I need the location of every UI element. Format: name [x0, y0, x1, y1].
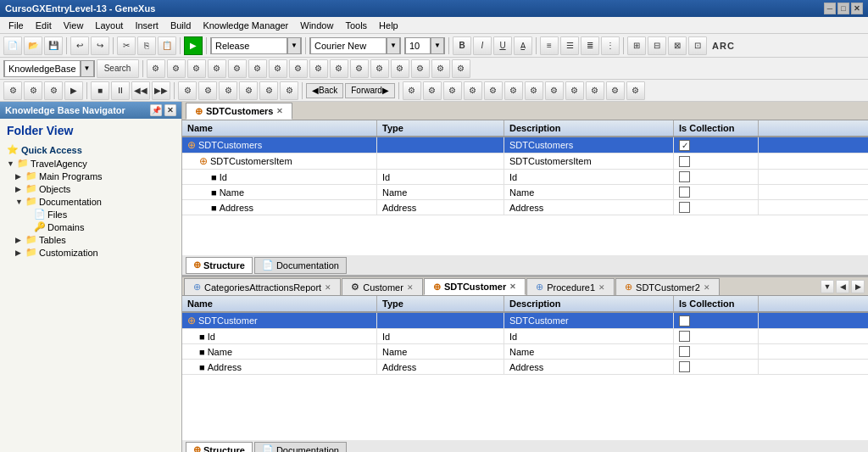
menu-km[interactable]: Knowledge Manager	[198, 19, 293, 32]
sidebar-item-domains[interactable]: 🔑 Domains	[20, 220, 178, 233]
tab-documentation-upper[interactable]: 📄 Documentation	[254, 257, 347, 274]
sidebar-item-main-programs[interactable]: ▶ 📁 Main Programs	[12, 170, 178, 182]
nav-next-btn[interactable]: ▶▶	[152, 81, 170, 100]
sidebar-item-customization[interactable]: ▶ 📁 Customization	[12, 246, 178, 259]
size-dropdown-btn[interactable]: ▼	[431, 37, 444, 54]
menu-build[interactable]: Build	[165, 19, 196, 32]
lower-nav-btn1[interactable]: ▼	[821, 280, 834, 293]
addr-btn4[interactable]: ▶	[64, 81, 83, 100]
bold-button[interactable]: B	[453, 36, 471, 55]
tab-close-cust[interactable]: ✕	[407, 283, 414, 292]
tab-close-proc[interactable]: ✕	[598, 283, 605, 292]
underline-button[interactable]: U	[493, 36, 512, 55]
open-button[interactable]: 📂	[24, 36, 42, 55]
misc-btn11[interactable]: ⚙	[606, 81, 625, 100]
sidebar-item-files[interactable]: 📄 Files	[20, 208, 178, 220]
addr-misc2[interactable]: ⚙	[198, 81, 217, 100]
obj9-btn[interactable]: ⚙	[309, 59, 328, 78]
list4-button[interactable]: ⊡	[688, 36, 707, 55]
obj5-btn[interactable]: ⚙	[228, 59, 247, 78]
maximize-button[interactable]: □	[837, 3, 849, 14]
tab-sdtcustomer2[interactable]: ⊕ SDTCustomer2 ✕	[615, 278, 720, 295]
checkbox-iscoll3[interactable]	[679, 171, 690, 182]
table-row[interactable]: ⊕ SDTCustomers SDTCustomers	[182, 137, 868, 153]
obj8-btn[interactable]: ⚙	[289, 59, 308, 78]
tab-sdtcustomers[interactable]: ⊕ SDTCustomers ✕	[186, 103, 292, 120]
kb-dropdown[interactable]: KnowledgeBase	[4, 60, 81, 77]
addr-misc6[interactable]: ⚙	[280, 81, 298, 100]
obj15-btn[interactable]: ⚙	[431, 59, 450, 78]
addr-btn1[interactable]: ⚙	[3, 81, 22, 100]
tab-close-sdtcust2[interactable]: ✕	[704, 283, 710, 292]
obj12-btn[interactable]: ⚙	[370, 59, 389, 78]
forward-button[interactable]: Forward ▶	[345, 83, 395, 98]
release-dropdown-btn[interactable]: ▼	[287, 37, 301, 54]
checkbox-iscoll2[interactable]	[679, 156, 690, 167]
misc-btn5[interactable]: ⚙	[484, 81, 503, 100]
table-row[interactable]: ⊕ SDTCustomer SDTCustomer	[182, 313, 868, 329]
checkbox-iscoll4[interactable]	[679, 187, 690, 198]
obj16-btn[interactable]: ⚙	[452, 59, 470, 78]
addr-misc1[interactable]: ⚙	[178, 81, 197, 100]
table-row[interactable]: ■ Name Name Name	[182, 344, 868, 360]
kb-dropdown-btn[interactable]: ▼	[81, 60, 94, 77]
menu-window[interactable]: Window	[295, 19, 338, 32]
misc-btn9[interactable]: ⚙	[565, 81, 584, 100]
obj7-btn[interactable]: ⚙	[269, 59, 287, 78]
misc-btn12[interactable]: ⚙	[626, 81, 645, 100]
cut-button[interactable]: ✂	[117, 36, 136, 55]
nav-stop-btn[interactable]: ■	[91, 81, 109, 100]
align-right-button[interactable]: ≣	[581, 36, 599, 55]
table-row[interactable]: ■ Name Name Name	[182, 185, 868, 200]
tab-documentation-lower[interactable]: 📄 Documentation	[254, 442, 347, 453]
paste-button[interactable]: 📋	[158, 36, 176, 55]
misc-btn4[interactable]: ⚙	[464, 81, 482, 100]
misc-btn10[interactable]: ⚙	[586, 81, 604, 100]
obj14-btn[interactable]: ⚙	[411, 59, 430, 78]
size-dropdown[interactable]: 10	[405, 37, 431, 54]
italic-button[interactable]: I	[473, 36, 492, 55]
misc-btn3[interactable]: ⚙	[443, 81, 462, 100]
sidebar-close-btn[interactable]: ✕	[164, 104, 176, 116]
kb-search-button[interactable]: Search	[97, 59, 139, 78]
align-left-button[interactable]: ≡	[540, 36, 559, 55]
misc-btn1[interactable]: ⚙	[403, 81, 421, 100]
checkbox-lower-1[interactable]	[679, 315, 690, 326]
font-dropdown[interactable]: Courier New	[310, 37, 387, 54]
justify-button[interactable]: ⋮	[601, 36, 620, 55]
checkbox-lower-2[interactable]	[679, 331, 690, 342]
font-color-button[interactable]: A̲	[514, 36, 532, 55]
sidebar-item-quick-access[interactable]: ⭐ Quick Access	[3, 142, 178, 157]
sidebar-item-objects[interactable]: ▶ 📁 Objects	[12, 182, 178, 195]
table-row[interactable]: ■ Address Address Address	[182, 360, 868, 375]
new-button[interactable]: 📄	[3, 36, 22, 55]
checkbox-iscoll[interactable]	[679, 140, 690, 151]
obj13-btn[interactable]: ⚙	[391, 59, 409, 78]
table-row[interactable]: ■ Address Address Address	[182, 200, 868, 215]
close-button[interactable]: ✕	[851, 3, 863, 14]
tab-procedure1[interactable]: ⊕ Procedure1 ✕	[526, 278, 615, 295]
addr-misc5[interactable]: ⚙	[259, 81, 278, 100]
undo-button[interactable]: ↩	[70, 36, 89, 55]
release-dropdown[interactable]: Release	[211, 37, 287, 54]
menu-help[interactable]: Help	[374, 19, 403, 32]
misc-btn7[interactable]: ⚙	[525, 81, 543, 100]
menu-insert[interactable]: Insert	[130, 19, 164, 32]
redo-button[interactable]: ↪	[91, 36, 109, 55]
obj3-btn[interactable]: ⚙	[187, 59, 206, 78]
checkbox-iscoll5[interactable]	[679, 202, 690, 213]
align-center-button[interactable]: ☰	[560, 36, 579, 55]
copy-button[interactable]: ⎘	[137, 36, 156, 55]
obj2-btn[interactable]: ⚙	[167, 59, 186, 78]
tab-categories[interactable]: ⊕ CategoriesAttractionsReport ✕	[184, 278, 341, 295]
back-button[interactable]: ◀ Back	[306, 83, 343, 98]
addr-btn3[interactable]: ⚙	[44, 81, 63, 100]
tab-structure-lower[interactable]: ⊕ Structure	[186, 442, 253, 453]
menu-file[interactable]: File	[3, 19, 29, 32]
checkbox-lower-4[interactable]	[679, 361, 690, 372]
list2-button[interactable]: ⊟	[648, 36, 666, 55]
save-button[interactable]: 💾	[44, 36, 63, 55]
addr-btn2[interactable]: ⚙	[24, 81, 42, 100]
obj4-btn[interactable]: ⚙	[208, 59, 226, 78]
minimize-button[interactable]: ─	[824, 3, 836, 14]
